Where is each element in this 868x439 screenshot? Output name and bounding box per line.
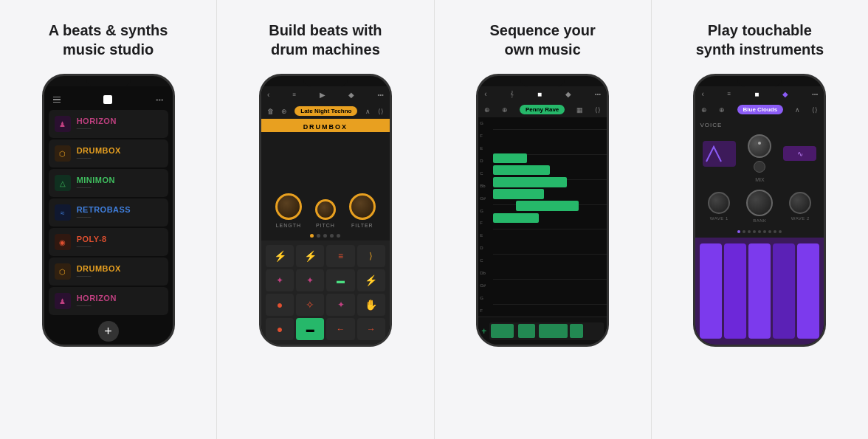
phone-3-screen: ‹ 𝄞 ■ ◆ ••• ⊕ ⊕ Penny Rave ▦ ⟨⟩ xyxy=(478,86,607,345)
note-e: E xyxy=(478,146,493,151)
note-block-6 xyxy=(493,213,539,224)
note-block-4 xyxy=(493,189,544,199)
synth-preset-pill[interactable]: Blue Clouds xyxy=(737,105,784,114)
pad-8[interactable]: ⚡ xyxy=(357,269,385,291)
pad-1[interactable]: ⚡ xyxy=(266,245,294,267)
pad-14[interactable]: ▬ xyxy=(296,318,324,340)
phone-1-notch xyxy=(86,76,131,86)
synth-back-icon[interactable]: ‹ xyxy=(701,90,703,98)
wave2-knob[interactable] xyxy=(789,192,811,214)
synth-stop-icon[interactable]: ■ xyxy=(754,90,759,98)
seq-stop-icon[interactable]: ■ xyxy=(537,90,542,98)
synth-keyboard xyxy=(695,238,824,345)
track-item[interactable]: ≈ RETROBASS ──── xyxy=(49,198,168,227)
mini-block-1 xyxy=(491,324,514,338)
key-5[interactable] xyxy=(797,243,819,339)
play-icon[interactable]: ▶ xyxy=(320,91,326,99)
synth-topbar: ‹ ≡ ■ ◆ ••• xyxy=(695,86,824,102)
track-item[interactable]: △ MINIMON ──── xyxy=(49,169,168,197)
seq-preset-pill[interactable]: Penny Rave xyxy=(520,105,565,114)
pad-5[interactable]: ✦ xyxy=(266,269,294,291)
synth-dot-7 xyxy=(768,230,771,233)
track-item[interactable]: ◉ POLY-8 ──── xyxy=(49,228,168,256)
panel4-title: Play touchable synth instruments xyxy=(696,21,824,59)
pad-4[interactable]: ⟩ xyxy=(357,245,385,267)
note-c: C xyxy=(478,171,493,176)
key-3[interactable] xyxy=(748,243,771,339)
seq-more-icon: ••• xyxy=(595,91,601,97)
pitch-knob[interactable] xyxy=(315,199,336,220)
track-info: MINIMON ──── xyxy=(77,176,115,190)
mix-label: MIX xyxy=(700,177,819,182)
pad-3[interactable]: ≡ xyxy=(326,245,354,267)
track-item[interactable]: ♟ HORIZON ──── xyxy=(49,287,168,315)
note-g2: G xyxy=(478,209,493,213)
drumbox-ui: ‹ ≡ ▶ ◆ ••• 🗑 ⊕ Late Night Techno ∧ ⟨⟩ D… xyxy=(261,86,390,345)
key-1[interactable] xyxy=(700,243,722,339)
key-4[interactable] xyxy=(773,243,795,339)
pad-13[interactable]: ● xyxy=(266,318,294,340)
synth-vol-icon: ◆ xyxy=(782,90,788,98)
panel3-title-line1: Sequence your xyxy=(489,22,595,38)
add-note-icon[interactable]: + xyxy=(481,326,486,336)
pad-9[interactable]: ● xyxy=(266,294,294,316)
synth-body: VOICE xyxy=(695,117,824,238)
bank-knob[interactable] xyxy=(746,190,773,216)
note-e2: E xyxy=(478,233,493,238)
track-item[interactable]: ⬡ DRUMBOX ──── xyxy=(49,257,168,286)
more-icon[interactable]: ••• xyxy=(377,91,383,98)
key-2[interactable] xyxy=(724,243,746,339)
wave-display: ∿ xyxy=(700,133,819,174)
filter-knob[interactable] xyxy=(349,193,376,220)
mini-block-2 xyxy=(518,324,535,338)
track-header: ••• xyxy=(49,92,168,110)
note-f: F xyxy=(478,134,493,138)
panel3-title: Sequence your own music xyxy=(489,21,595,59)
back-icon[interactable]: ‹ xyxy=(267,91,269,99)
note-bb: Bb xyxy=(478,184,493,188)
length-label: LENGTH xyxy=(276,223,301,228)
bank-knob-group: BANK xyxy=(746,190,773,223)
bank-label: BANK xyxy=(753,218,766,223)
center-knob[interactable] xyxy=(748,134,771,158)
pad-2[interactable]: ⚡ xyxy=(296,245,324,267)
pad-10[interactable]: ✧ xyxy=(296,294,324,316)
pad-12[interactable]: ✋ xyxy=(357,294,385,316)
track-sub: ──── xyxy=(77,303,117,308)
pad-11[interactable]: ✦ xyxy=(326,294,354,316)
track-sub: ──── xyxy=(77,244,107,249)
track-icon: △ xyxy=(55,175,71,191)
seq-vol-icon: ◆ xyxy=(565,90,571,98)
pitch-label: PITCH xyxy=(316,223,335,228)
small-btn[interactable] xyxy=(754,161,765,173)
grid-line xyxy=(493,304,607,305)
synth-del-icon: ⊕ xyxy=(701,106,707,114)
seq-back-icon[interactable]: ‹ xyxy=(484,90,486,98)
note-gsharp: G# xyxy=(478,196,493,201)
pad-15[interactable]: ← xyxy=(326,318,354,340)
note-block-5 xyxy=(516,201,579,211)
wave-shape-1 xyxy=(703,141,736,167)
delete-icon[interactable]: 🗑 xyxy=(267,108,274,115)
add-track-button[interactable]: + xyxy=(98,321,119,342)
pad-7[interactable]: ▬ xyxy=(326,269,354,291)
note-c2: C xyxy=(478,258,493,263)
pad-16[interactable]: → xyxy=(357,318,385,340)
preset-pill[interactable]: Late Night Techno xyxy=(294,106,357,116)
track-list: ••• ♟ HORIZON ──── ⬡ xyxy=(44,86,173,345)
length-knob-group: LENGTH xyxy=(275,193,302,228)
synth-dot-4 xyxy=(753,230,756,233)
synth-dot-6 xyxy=(763,230,766,233)
panel4-title-line1: Play touchable xyxy=(708,22,812,38)
synth-dot-3 xyxy=(748,230,751,233)
track-name: MINIMON xyxy=(77,176,115,184)
synth-dot-5 xyxy=(758,230,761,233)
length-knob[interactable] xyxy=(275,193,302,220)
track-item[interactable]: ⬡ DRUMBOX ──── xyxy=(49,139,168,167)
synth-page-dots xyxy=(700,230,819,233)
track-item[interactable]: ♟ HORIZON ──── xyxy=(49,110,168,138)
wave1-knob[interactable] xyxy=(708,192,730,214)
track-icon: ⬡ xyxy=(55,145,71,162)
track-name: HORIZON xyxy=(77,294,117,303)
pad-6[interactable]: ✦ xyxy=(296,269,324,291)
